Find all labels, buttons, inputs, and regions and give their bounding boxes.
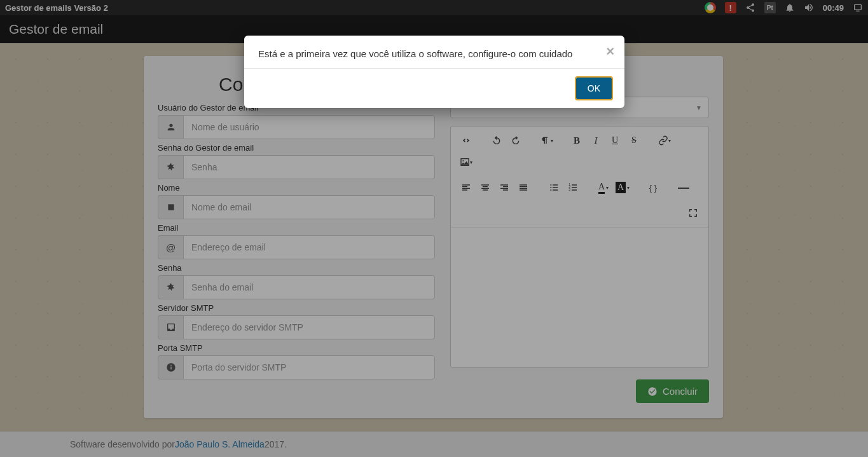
- ok-button[interactable]: OK: [576, 78, 612, 99]
- first-time-modal: × Está e a primeira vez que você utiliza…: [244, 36, 624, 108]
- modal-message: Está e a primeira vez que você utiliza o…: [258, 48, 572, 59]
- close-icon[interactable]: ×: [606, 44, 614, 58]
